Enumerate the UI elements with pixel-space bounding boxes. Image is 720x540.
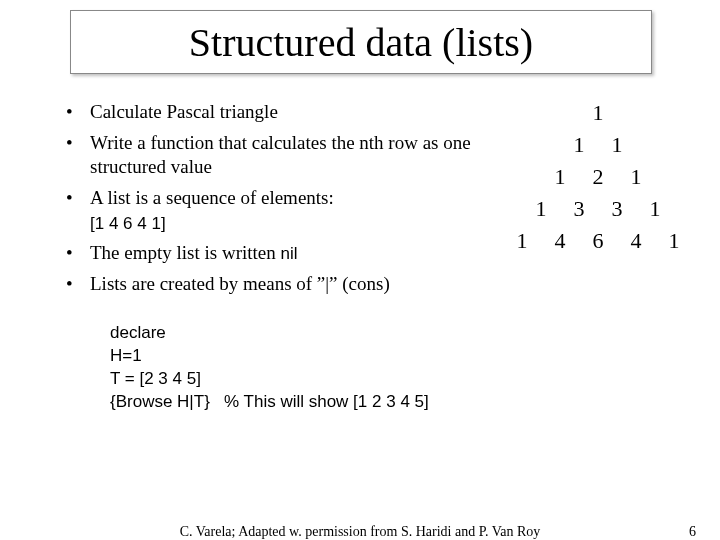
bullet-item: Lists are created by means of ”|” (cons) — [62, 272, 492, 297]
pascal-cell: 1 — [592, 100, 604, 126]
nil-keyword: nil — [281, 244, 298, 263]
pascal-cell: 1 — [573, 132, 585, 158]
bullet-text: Write a function that calculates the nth… — [90, 132, 471, 178]
bullet-text: Lists are created by means of ”|” (cons) — [90, 273, 390, 294]
pascal-cell: 6 — [592, 228, 604, 254]
footer-credit: C. Varela; Adapted w. permission from S.… — [0, 524, 720, 540]
bullet-item: Write a function that calculates the nth… — [62, 131, 492, 180]
pascal-cell: 4 — [630, 228, 642, 254]
pascal-row: 1 4 6 4 1 — [482, 228, 714, 254]
pascal-row: 1 2 1 — [482, 164, 714, 190]
bullet-item: A list is a sequence of elements: [1 4 6… — [62, 186, 492, 235]
pascal-cell: 1 — [516, 228, 528, 254]
bullet-item: The empty list is written nil — [62, 241, 492, 266]
pascal-cell: 1 — [535, 196, 547, 222]
pascal-cell: 1 — [611, 132, 623, 158]
pascal-row: 1 1 — [482, 132, 714, 158]
pascal-cell: 1 — [668, 228, 680, 254]
pascal-cell: 1 — [630, 164, 642, 190]
pascal-cell: 2 — [592, 164, 604, 190]
bullet-text: A list is a sequence of elements: — [90, 187, 334, 208]
pascal-row: 1 — [482, 100, 714, 126]
pascal-row: 1 3 3 1 — [482, 196, 714, 222]
pascal-cell: 4 — [554, 228, 566, 254]
code-line: T = [2 3 4 5] — [110, 368, 429, 391]
bullet-text: Calculate Pascal triangle — [90, 101, 278, 122]
list-literal: [1 4 6 4 1] — [90, 214, 166, 233]
pascal-cell: 3 — [573, 196, 585, 222]
bullet-text: The empty list is written — [90, 242, 281, 263]
bullet-item: Calculate Pascal triangle — [62, 100, 492, 125]
pascal-cell: 1 — [649, 196, 661, 222]
page-number: 6 — [689, 524, 696, 540]
slide-title: Structured data (lists) — [189, 19, 533, 66]
pascal-triangle: 1 1 1 1 2 1 1 3 3 1 1 4 6 4 1 — [482, 100, 714, 260]
code-line: H=1 — [110, 345, 429, 368]
code-line: {Browse H|T} % This will show [1 2 3 4 5… — [110, 391, 429, 414]
bullet-list: Calculate Pascal triangle Write a functi… — [62, 100, 492, 303]
pascal-cell: 1 — [554, 164, 566, 190]
pascal-cell: 3 — [611, 196, 623, 222]
code-block: declare H=1 T = [2 3 4 5] {Browse H|T} %… — [110, 322, 429, 414]
code-line: declare — [110, 322, 429, 345]
title-box: Structured data (lists) — [70, 10, 652, 74]
